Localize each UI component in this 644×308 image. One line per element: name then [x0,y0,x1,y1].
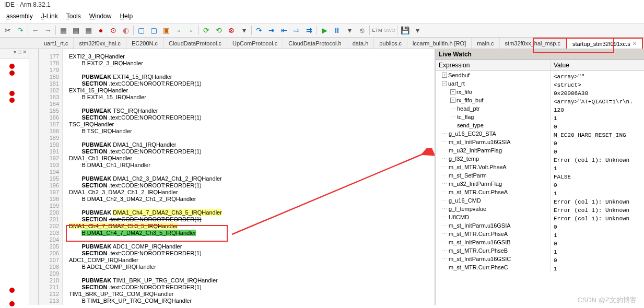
close-icon[interactable]: ✕ [633,41,637,46]
tree-expander-icon[interactable]: + [442,73,447,78]
watch-row[interactable]: ⋯ m_st_MTR.Curr.PhseA1 [436,188,644,196]
tab-6[interactable]: data.h [347,38,374,49]
pause-icon[interactable]: ⏸ [331,25,343,36]
left-dock [29,49,39,305]
stop-icon[interactable]: ⊗ [226,25,237,36]
watch-row[interactable]: + rx_fifo0x20006A38 [436,88,644,96]
build3-icon[interactable]: ▤ [83,25,94,36]
tab-9[interactable]: main.c [472,38,499,49]
bp-toggle-icon[interactable]: ◐ [120,25,132,36]
build-icon[interactable]: ▤ [57,25,69,36]
watch-row[interactable]: ⋯ m_st_MTR.Curr.PhseB1 [436,246,644,255]
line-numbers: 1771781791801811821831841851861871881891… [39,49,63,305]
redo-icon[interactable]: ↷ [15,25,26,36]
breakpoint-icon[interactable] [9,64,15,69]
breakpoint-icon[interactable] [9,70,15,76]
tab-10[interactable]: stm32f0xx_hal_msp.c [500,38,566,49]
menu-window[interactable]: Window [85,11,116,23]
menu-tools[interactable]: Tools [62,11,85,23]
bp-list-icon[interactable]: ⊙ [108,25,119,36]
breakpoint-gutter-panel: ▾ □ ✕ [0,49,29,305]
watch-row[interactable]: ⋯ m_st_MTR.Volt.PhseA1 [436,163,644,171]
tab-2[interactable]: EC200N.c [126,38,163,49]
dropdown2-icon[interactable]: ▾ [344,25,355,36]
step-into-icon[interactable]: ⇥ [266,25,277,36]
step-out-icon[interactable]: ⇤ [278,25,290,36]
live-watch-title: Live Watch [436,49,644,60]
nav-back-icon[interactable]: ← [30,25,41,36]
box2-icon[interactable]: ▫ [185,25,197,36]
tab-8[interactable]: iccarm_builtin.h [RO] [407,38,472,49]
tab-1[interactable]: stm32f0xx_hal.c [74,38,126,49]
tree-expander-icon[interactable]: + [450,89,455,94]
live-watch-body[interactable]: + Sendbuf<array>""− uart_rt<struct>+ rx_… [436,71,644,305]
dropdown-icon[interactable]: ▾ [238,25,250,36]
tab-4[interactable]: UpComProtocol.c [227,38,283,49]
watch-row[interactable]: ⋯ m_st_SetParmFALSE [436,171,644,180]
code-area[interactable]: EXTI2_3_IRQHandler B EXTI2_3_IRQHandler … [63,49,435,305]
menu-jlink[interactable]: J-Link [37,11,62,23]
tool-icon[interactable]: ⎋ [356,25,368,36]
code-editor[interactable]: 1771781791801811821831841851861871881891… [39,49,435,305]
tab-5[interactable]: CloudDataProtocol.h [283,38,347,49]
menu-assembly[interactable]: aassemblyssembly [2,11,37,23]
watch-row[interactable]: ⋯ send_type0 [436,121,644,129]
watch-row[interactable]: ⋯ head_ptr120 [436,104,644,113]
col-expression[interactable]: Expression [436,60,551,70]
watch-row[interactable]: + Sendbuf<array>"" [436,71,644,79]
save-dd-icon[interactable]: ▾ [412,25,423,36]
cut-icon[interactable]: ✂ [2,25,14,36]
breakpoint-icon[interactable] [9,98,15,103]
tab-11[interactable]: startup_stm32f091xc.s✕ [566,38,643,49]
nav-fwd-icon[interactable]: → [42,25,54,36]
watch-row[interactable]: − uart_rt<struct> [436,79,644,88]
toolbar: ✂ ↷ ← → ▤ ▤ ▤ ● ⊙ ◐ ▢ ▢ ▣ ▫ ▫ ⟳ ⟲ ⊗ ▾ ↷ … [0,23,644,38]
tab-3[interactable]: CloudDataProtocol.c [163,38,227,49]
panel-pin[interactable]: ▾ □ ✕ [0,49,29,58]
menu-help[interactable]: Help [115,11,137,23]
build2-icon[interactable]: ▤ [70,25,81,36]
breakpoint-icon[interactable] [9,91,15,96]
watch-row[interactable]: ⋯ m_st_InitParm.u16GSIA0 [436,138,644,146]
watch-row[interactable]: ⋯ g_u16_CMDError (col 1): Unknown [436,196,644,205]
box-icon[interactable]: ▫ [173,25,184,36]
watch-row[interactable]: ⋯ m_st_InitParm.u16GSIB0 [436,238,644,246]
win2-icon[interactable]: ▢ [148,25,159,36]
live-watch-header: Expression Value [436,60,644,71]
watermark: CSDN @Z文的博客 [577,295,637,305]
step-icon[interactable]: ⇉ [303,25,315,36]
watch-row[interactable]: ⋯ g_u16_EC20_STAM_EC20_HARD_RESET_ING [436,129,644,138]
watch-row[interactable]: ⋯ g_f32_tempError (col 1): Unknown [436,155,644,163]
watch-row[interactable]: ⋯ m_u32_InitParmFlag0 [436,146,644,155]
run-icon[interactable]: ▶ [319,25,330,36]
tab-0[interactable]: uart1_rt.c [39,38,74,49]
tree-expander-icon[interactable]: + [450,98,455,103]
tree-expander-icon[interactable]: − [442,81,447,86]
step-over-icon[interactable]: ↷ [253,25,265,36]
col-value[interactable]: Value [551,60,644,70]
watch-row[interactable]: ⋯ U8CMDError (col 1): Unknown [436,213,644,221]
window-title: IDE - Arm 8.32.1 [0,0,644,11]
live-watch-panel: Live Watch Expression Value + Sendbuf<ar… [435,49,644,305]
tab-7[interactable]: publics.c [374,38,407,49]
watch-row[interactable]: ⋯ m_u32_InitParmFlag0 [436,180,644,188]
watch-row[interactable]: ⋯ g_f_tempvalueError (col 1): Unknown [436,205,644,213]
swo-icon[interactable]: SWO [384,25,395,36]
watch-row[interactable]: ⋯ m_st_MTR.Curr.PhseC1 [436,263,644,271]
watch-row[interactable]: ⋯ tc_flag1 [436,113,644,121]
editor-tabs: uart1_rt.cstm32f0xx_hal.cEC200N.cCloudDa… [0,38,644,49]
step-next-icon[interactable]: ⇨ [291,25,302,36]
watch-row[interactable]: ⋯ m_st_InitParm.u16GSIA0 [436,221,644,230]
watch-row[interactable]: ⋯ m_st_MTR.Curr.PhseA1 [436,230,644,238]
watch-row[interactable]: + rx_fifo_buf<array>"AT+QIACT=1\r\n. [436,96,644,104]
win1-icon[interactable]: ▢ [135,25,147,36]
restart-icon[interactable]: ⟳ [201,25,212,36]
breakpoint-icon[interactable] [9,301,15,306]
breakpoint-icon[interactable] [9,288,15,293]
reset-icon[interactable]: ⟲ [213,25,225,36]
bp-icon[interactable]: ● [95,25,107,36]
watch-row[interactable]: ⋯ m_st_InitParm.u16GSIC0 [436,255,644,263]
etm-icon[interactable]: ETM [371,25,383,36]
save-icon[interactable]: 💾 [399,25,411,36]
win3-icon[interactable]: ▣ [160,25,172,36]
